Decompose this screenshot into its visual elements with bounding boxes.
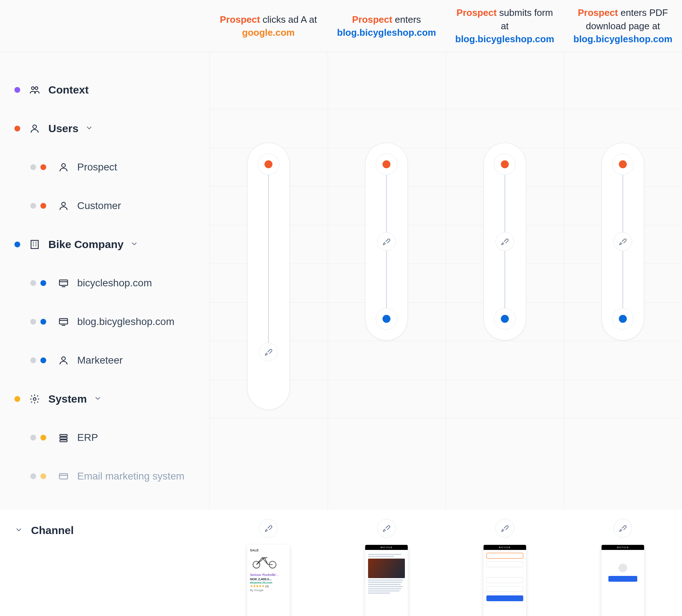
lane-email-marketing[interactable]: Email marketing system — [14, 457, 209, 495]
channel-mock-blog[interactable]: BICYCLE — [365, 545, 408, 616]
mock-download-button — [608, 576, 637, 582]
step-header-3: Prospect submits form at blog.bicyglesho… — [446, 0, 564, 52]
channel-sidebar: Channel — [0, 510, 209, 616]
dot-indicator — [40, 203, 46, 209]
dot-indicator — [30, 280, 36, 286]
svg-rect-22 — [60, 440, 67, 442]
svg-point-1 — [35, 87, 38, 90]
lane-col-2[interactable] — [328, 52, 446, 510]
flow-node-start[interactable] — [494, 153, 516, 175]
channel-mock-ad[interactable]: SALE Serious 'Rockville'... NOK 2,409.0.… — [247, 545, 290, 616]
mock-brand: BICYCLE — [484, 545, 526, 550]
swimlane-area: Context Users Prospect Customer — [0, 52, 682, 510]
flow-node-start[interactable] — [376, 153, 397, 175]
lane-label: ERP — [77, 432, 98, 443]
step-header-2: Prospect enters blog.bicygleshop.com — [328, 0, 446, 52]
dot-indicator — [30, 473, 36, 479]
step-text: clicks ad A at — [260, 14, 317, 25]
ad-title: Serious 'Rockville'... — [250, 573, 287, 577]
flow-node-start[interactable] — [612, 153, 634, 175]
flow-node-end[interactable] — [612, 308, 634, 330]
dot-indicator — [30, 319, 36, 325]
dot-indicator — [40, 357, 46, 363]
dot-indicator — [40, 164, 46, 170]
touchpoint-icon[interactable] — [613, 232, 632, 251]
chevron-down-icon — [130, 238, 139, 251]
flow-line — [268, 172, 269, 356]
header-spacer — [0, 0, 209, 52]
dot-indicator — [30, 435, 36, 441]
channel-col-4: BICYCLE — [564, 519, 682, 616]
lane-blog[interactable]: blog.bicygleshop.com — [14, 302, 209, 341]
group-system[interactable]: System — [14, 379, 209, 418]
step-header-1: Prospect clicks ad A at google.com — [209, 0, 328, 52]
prospect-label: Prospect — [352, 14, 392, 25]
lane-marketeer[interactable]: Marketeer — [14, 341, 209, 379]
touchpoint-icon[interactable] — [495, 519, 514, 538]
step-text: submits form at — [497, 7, 553, 31]
channel-mock-form[interactable]: BICYCLE — [484, 545, 526, 616]
lane-label: Email marketing system — [77, 470, 184, 482]
person-icon — [57, 162, 70, 173]
lane-col-1[interactable] — [209, 52, 328, 510]
touchpoint-icon[interactable] — [613, 519, 632, 538]
touchpoint-icon[interactable] — [259, 343, 278, 361]
prospect-label: Prospect — [578, 7, 618, 18]
channel-col-2: BICYCLE — [328, 519, 446, 616]
person-icon — [28, 123, 41, 134]
channel-header[interactable]: Channel — [14, 524, 209, 537]
dot-indicator — [40, 319, 46, 325]
rating-count: (4) — [265, 585, 269, 588]
svg-point-2 — [33, 125, 36, 129]
channel-mock-download[interactable]: BICYCLE — [602, 545, 644, 616]
group-company[interactable]: Bike Company — [14, 225, 209, 264]
group-dot — [14, 242, 20, 247]
dot-indicator — [30, 203, 36, 209]
lane-bicycleshop[interactable]: bicycleshop.com — [14, 264, 209, 302]
building-icon — [28, 239, 41, 250]
swimlane-grid[interactable] — [209, 52, 682, 510]
download-icon — [618, 564, 627, 572]
svg-point-4 — [62, 202, 65, 206]
lane-col-3[interactable] — [446, 52, 564, 510]
svg-rect-23 — [60, 473, 68, 479]
lane-col-4[interactable] — [564, 52, 682, 510]
svg-point-19 — [33, 398, 36, 400]
lane-prospect[interactable]: Prospect — [14, 148, 209, 186]
prospect-label: Prospect — [456, 7, 497, 18]
mock-image — [368, 559, 405, 578]
step-link: blog.bicygleshop.com — [573, 34, 672, 44]
step-header-4: Prospect enters PDF download page at blo… — [564, 0, 682, 52]
flow-node-end[interactable] — [376, 308, 397, 330]
ad-byline: By Google — [250, 589, 287, 592]
flow-node-start[interactable] — [258, 153, 279, 175]
group-dot — [14, 396, 20, 402]
lane-label: bicycleshop.com — [77, 277, 152, 289]
step-link: blog.bicygleshop.com — [337, 27, 436, 38]
mock-submit-button — [486, 595, 523, 601]
touchpoint-icon[interactable] — [377, 519, 396, 538]
svg-rect-5 — [31, 240, 38, 248]
mock-input — [486, 561, 523, 567]
flow-node-end[interactable] — [494, 308, 516, 330]
dot-indicator — [30, 164, 36, 170]
touchpoint-icon[interactable] — [495, 232, 514, 251]
prospect-label: Prospect — [220, 14, 260, 25]
group-context[interactable]: Context — [14, 70, 209, 109]
mock-input — [486, 586, 523, 592]
group-users[interactable]: Users — [14, 109, 209, 148]
group-label: System — [48, 393, 87, 405]
lane-label: Prospect — [77, 161, 117, 173]
channel-section: Channel SALE Serious 'Rockville'... NOK … — [0, 510, 682, 616]
touchpoint-icon[interactable] — [259, 519, 278, 538]
bike-icon — [250, 554, 279, 569]
channel-col-3: BICYCLE — [446, 519, 564, 616]
touchpoint-icon[interactable] — [377, 232, 396, 251]
lane-erp[interactable]: ERP — [14, 418, 209, 457]
lane-customer[interactable]: Customer — [14, 186, 209, 225]
screen-icon — [57, 278, 70, 289]
chevron-down-icon — [93, 393, 102, 405]
ad-domain: bicycles-23.com — [250, 581, 287, 584]
channel-lanes: SALE Serious 'Rockville'... NOK 2,409.0.… — [209, 510, 682, 616]
chevron-down-icon — [85, 122, 93, 135]
